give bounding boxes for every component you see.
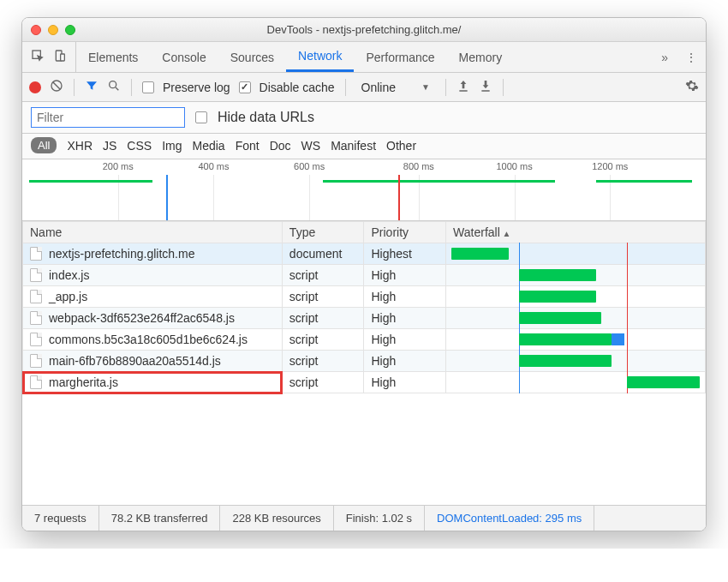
panel-tabs: ElementsConsoleSourcesNetworkPerformance… xyxy=(22,42,706,73)
search-icon[interactable] xyxy=(107,79,121,95)
waterfall-cell xyxy=(446,351,705,370)
type-filter-manifest[interactable]: Manifest xyxy=(331,139,376,153)
request-name: main-6fb76b8890aa20a5514d.js xyxy=(49,354,221,368)
type-filter-all[interactable]: All xyxy=(31,137,57,153)
table-row[interactable]: index.jsscriptHigh xyxy=(23,265,706,286)
tab-sources[interactable]: Sources xyxy=(218,42,286,72)
type-filter-js[interactable]: JS xyxy=(103,139,116,153)
chevron-down-icon: ▼ xyxy=(421,82,430,92)
timeline-overview[interactable]: 200 ms400 ms600 ms800 ms1000 ms1200 ms xyxy=(22,159,706,221)
status-dcl: DOMContentLoaded: 295 ms xyxy=(425,506,594,531)
request-priority: High xyxy=(364,329,446,351)
filter-input[interactable] xyxy=(31,107,185,128)
record-icon[interactable] xyxy=(29,81,41,93)
request-name: webpack-3df6523e264ff2ac6548.js xyxy=(49,311,235,325)
waterfall-cell xyxy=(446,309,705,327)
throttling-select[interactable]: Online ▼ xyxy=(356,79,435,96)
preserve-log-checkbox[interactable] xyxy=(142,81,154,93)
tab-elements[interactable]: Elements xyxy=(76,42,150,72)
file-icon xyxy=(30,290,42,303)
upload-har-icon[interactable] xyxy=(456,79,470,95)
tab-performance[interactable]: Performance xyxy=(354,42,446,72)
kebab-menu-icon[interactable]: ⋮ xyxy=(677,42,706,72)
timeline-activity xyxy=(323,180,555,183)
waterfall-bar xyxy=(519,312,602,324)
column-header-name[interactable]: Name xyxy=(23,222,283,243)
window-controls xyxy=(31,25,75,35)
timeline-activity xyxy=(29,180,152,183)
status-bar: 7 requests 78.2 KB transferred 228 KB re… xyxy=(22,505,706,531)
request-name: margherita.js xyxy=(49,375,118,389)
filter-bar: Hide data URLs xyxy=(22,102,706,134)
timeline-tick: 600 ms xyxy=(294,161,325,171)
clear-icon[interactable] xyxy=(50,79,63,95)
type-filter-ws[interactable]: WS xyxy=(301,139,321,153)
timeline-marker-blue xyxy=(166,175,168,220)
type-filter-doc[interactable]: Doc xyxy=(270,139,291,153)
file-icon xyxy=(30,333,42,346)
waterfall-bar xyxy=(519,269,597,281)
request-type: script xyxy=(282,329,364,351)
type-filter-xhr[interactable]: XHR xyxy=(67,139,92,153)
inspect-element-icon[interactable] xyxy=(31,49,45,65)
tab-network[interactable]: Network xyxy=(286,42,354,72)
type-filter-media[interactable]: Media xyxy=(193,139,225,153)
timeline-tick: 400 ms xyxy=(198,161,229,171)
type-filter-font[interactable]: Font xyxy=(236,139,260,153)
column-header-waterfall[interactable]: Waterfall xyxy=(446,222,706,243)
device-toolbar-icon[interactable] xyxy=(53,49,67,65)
waterfall-bar xyxy=(519,291,597,303)
waterfall-bar xyxy=(627,376,700,388)
table-row[interactable]: _app.jsscriptHigh xyxy=(23,286,706,308)
tab-console[interactable]: Console xyxy=(150,42,218,72)
network-toolbar: Preserve log Disable cache Online ▼ xyxy=(22,73,706,102)
type-filter-other[interactable]: Other xyxy=(386,139,416,153)
disable-cache-checkbox[interactable] xyxy=(239,81,251,93)
column-header-priority[interactable]: Priority xyxy=(364,222,446,243)
type-filter-css[interactable]: CSS xyxy=(127,139,152,153)
settings-icon[interactable] xyxy=(685,79,699,95)
table-row[interactable]: webpack-3df6523e264ff2ac6548.jsscriptHig… xyxy=(23,308,706,329)
file-icon xyxy=(30,354,42,368)
hide-data-urls-label: Hide data URLs xyxy=(218,110,314,125)
table-row[interactable]: commons.b5c3a18c605d1be6c624.jsscriptHig… xyxy=(23,329,706,351)
request-type: script xyxy=(282,308,364,329)
tab-memory[interactable]: Memory xyxy=(447,42,515,72)
filter-icon[interactable] xyxy=(85,79,98,95)
disable-cache-label: Disable cache xyxy=(260,81,335,94)
waterfall-bar xyxy=(519,355,612,367)
file-icon xyxy=(30,375,42,389)
table-row[interactable]: nextjs-prefetching.glitch.medocumentHigh… xyxy=(23,243,706,265)
waterfall-cell xyxy=(446,287,705,306)
hide-data-urls-checkbox[interactable] xyxy=(195,111,207,123)
column-header-type[interactable]: Type xyxy=(282,222,364,243)
titlebar: DevTools - nextjs-prefetching.glitch.me/ xyxy=(22,18,706,42)
more-tabs-icon[interactable]: » xyxy=(653,42,677,72)
waterfall-bar xyxy=(519,333,612,345)
request-name: commons.b5c3a18c605d1be6c624.js xyxy=(49,333,248,346)
timeline-tick: 800 ms xyxy=(403,161,434,171)
requests-table[interactable]: NameTypePriorityWaterfall nextjs-prefetc… xyxy=(22,221,706,505)
request-priority: Highest xyxy=(364,243,446,265)
download-har-icon[interactable] xyxy=(479,79,492,95)
request-priority: High xyxy=(364,372,446,393)
zoom-icon[interactable] xyxy=(65,25,75,35)
window-title: DevTools - nextjs-prefetching.glitch.me/ xyxy=(22,23,706,36)
request-priority: High xyxy=(364,286,446,308)
minimize-icon[interactable] xyxy=(48,25,58,35)
waterfall-cell xyxy=(446,244,705,263)
type-filter-img[interactable]: Img xyxy=(162,139,182,153)
table-row[interactable]: margherita.jsscriptHigh xyxy=(23,372,706,393)
timeline-marker-red xyxy=(398,175,400,220)
request-type: script xyxy=(282,265,364,286)
resource-type-bar: AllXHRJSCSSImgMediaFontDocWSManifestOthe… xyxy=(22,134,706,159)
request-name: index.js xyxy=(49,268,89,282)
throttling-value: Online xyxy=(361,81,396,94)
request-type: document xyxy=(282,243,364,265)
waterfall-cell xyxy=(446,330,705,349)
timeline-activity xyxy=(596,180,692,183)
waterfall-cell xyxy=(446,373,705,392)
table-row[interactable]: main-6fb76b8890aa20a5514d.jsscriptHigh xyxy=(23,351,706,372)
close-icon[interactable] xyxy=(31,25,41,35)
inspect-controls xyxy=(22,42,76,72)
